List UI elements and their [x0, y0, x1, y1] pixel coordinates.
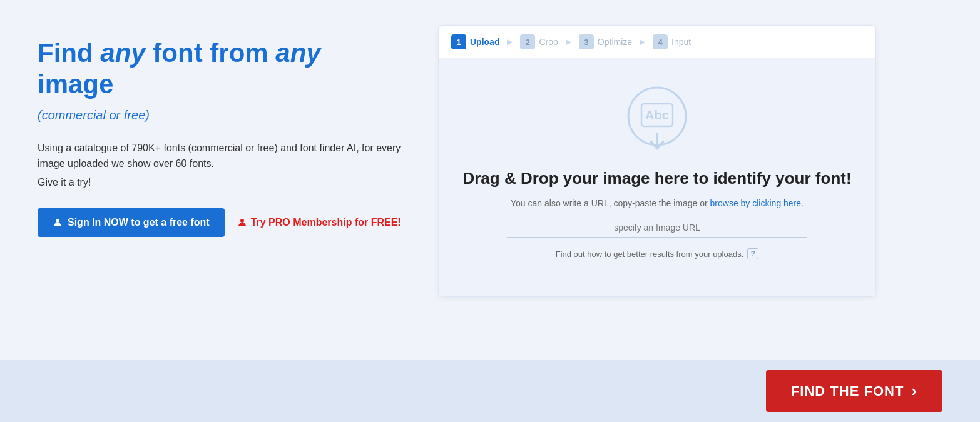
signin-button[interactable]: Sign In NOW to get a free font — [38, 208, 225, 237]
headline-part1: Find — [38, 38, 100, 68]
url-input[interactable] — [507, 223, 807, 233]
step-2-num: 2 — [520, 34, 535, 49]
headline-any1: any — [100, 38, 145, 68]
url-input-wrap — [507, 218, 807, 238]
browse-link[interactable]: browse by clicking here. — [710, 198, 804, 208]
headline-part3: font from — [146, 38, 276, 68]
subtitle: (commercial or free) — [38, 108, 413, 123]
pro-label: Try PRO Membership for FREE! — [251, 217, 401, 228]
user-icon — [53, 218, 63, 228]
better-results: Find out how to get better results from … — [556, 248, 759, 259]
pro-person-icon — [237, 218, 247, 228]
right-panel: 1 Upload ▶ 2 Crop ▶ 3 Optimize ▶ 4 Input — [438, 25, 876, 297]
bottom-bar: FIND THE FONT › — [0, 360, 980, 422]
step-4-label: Input — [671, 37, 691, 47]
left-panel: Find any font from any image (commercial… — [38, 25, 413, 237]
step-3-num: 3 — [579, 34, 594, 49]
pro-button[interactable]: Try PRO Membership for FREE! — [237, 217, 401, 228]
svg-text:Abc: Abc — [645, 108, 669, 122]
step-3-label: Optimize — [598, 37, 632, 47]
main-content: Find any font from any image (commercial… — [0, 0, 980, 360]
step-sep-1: ▶ — [507, 38, 513, 46]
step-sep-2: ▶ — [566, 38, 571, 46]
step-2-label: Crop — [539, 37, 558, 47]
svg-point-0 — [56, 219, 59, 223]
headline: Find any font from any image — [38, 38, 413, 101]
headline-part5: image — [38, 69, 113, 99]
abc-upload-icon: Abc — [620, 84, 695, 159]
step-input[interactable]: 4 Input — [653, 34, 691, 49]
help-badge[interactable]: ? — [747, 248, 758, 259]
drop-title: Drag & Drop your image here to identify … — [462, 169, 851, 188]
better-results-text: Find out how to get better results from … — [556, 249, 744, 259]
step-1-label: Upload — [470, 37, 499, 47]
steps-bar: 1 Upload ▶ 2 Crop ▶ 3 Optimize ▶ 4 Input — [439, 26, 875, 59]
svg-point-1 — [240, 219, 244, 223]
find-font-button[interactable]: FIND THE FONT › — [766, 370, 942, 412]
drop-subtitle-text: You can also write a URL, copy-paste the… — [511, 198, 710, 208]
signin-label: Sign In NOW to get a free font — [68, 217, 210, 228]
upload-card: 1 Upload ▶ 2 Crop ▶ 3 Optimize ▶ 4 Input — [438, 25, 876, 297]
step-optimize[interactable]: 3 Optimize — [579, 34, 632, 49]
headline-any2: any — [275, 38, 320, 68]
step-crop[interactable]: 2 Crop — [520, 34, 558, 49]
drop-zone[interactable]: Abc Drag & Drop your image here to ident… — [439, 59, 875, 296]
cta-buttons: Sign In NOW to get a free font Try PRO M… — [38, 208, 413, 237]
drop-subtitle: You can also write a URL, copy-paste the… — [511, 198, 804, 208]
give-try-text: Give it a try! — [38, 177, 413, 188]
step-sep-3: ▶ — [640, 38, 645, 46]
step-1-num: 1 — [451, 34, 466, 49]
chevron-right-icon: › — [911, 381, 917, 401]
step-4-num: 4 — [653, 34, 668, 49]
description: Using a catalogue of 790K+ fonts (commer… — [38, 140, 413, 172]
step-upload[interactable]: 1 Upload — [451, 34, 499, 49]
find-font-label: FIND THE FONT — [791, 383, 904, 399]
